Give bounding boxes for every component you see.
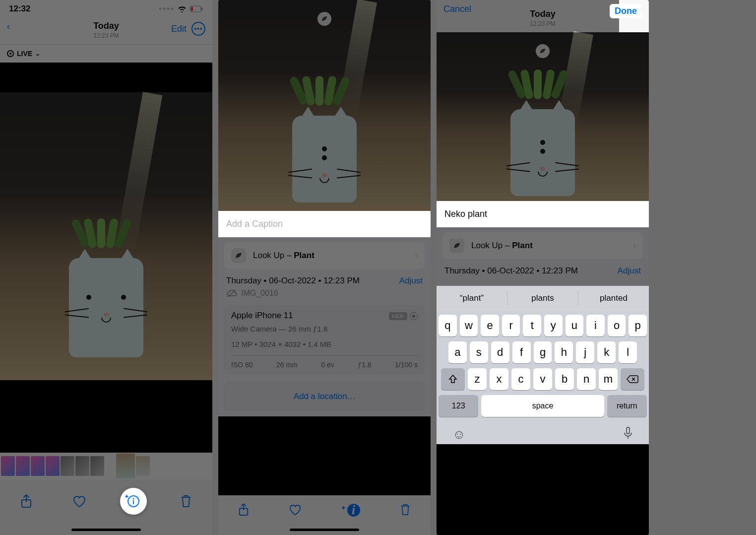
- device-card: Apple iPhone 11 HEIF Wide Camera — 26 mm…: [224, 305, 425, 375]
- visual-lookup-badge[interactable]: [536, 44, 550, 58]
- clock: 12:32: [9, 4, 30, 14]
- key-e[interactable]: e: [481, 315, 499, 336]
- suggestion-2[interactable]: plants: [507, 286, 578, 311]
- backspace-icon: [627, 375, 638, 384]
- key-space[interactable]: space: [481, 395, 604, 417]
- leaf-icon: [231, 248, 246, 263]
- chevron-down-icon: ⌄: [35, 50, 40, 57]
- key-k[interactable]: k: [597, 341, 616, 363]
- lens-info: Wide Camera — 26 mm ƒ1.8: [231, 325, 418, 333]
- info-button-active[interactable]: ✦i: [342, 502, 360, 518]
- status-bar: 12:32 ••••: [0, 0, 212, 18]
- photo-datetime: Thursday • 06-Oct-2022 • 12:23 PM: [226, 276, 360, 286]
- key-i[interactable]: i: [586, 315, 605, 336]
- key-o[interactable]: o: [608, 315, 626, 336]
- svg-rect-6: [133, 500, 134, 504]
- key-s[interactable]: s: [470, 341, 488, 363]
- photo-preview[interactable]: [0, 92, 212, 380]
- keyboard-row-3: z x c v b n m: [439, 368, 647, 390]
- live-photo-badge[interactable]: LIVE ⌄: [0, 45, 212, 63]
- favorite-button[interactable]: [72, 495, 86, 508]
- key-q[interactable]: q: [439, 315, 457, 336]
- live-indicator-icon: [410, 312, 418, 320]
- back-button[interactable]: ‹: [7, 22, 10, 31]
- photo-datetime: Thursday • 06-Oct-2022 • 12:23 PM: [444, 266, 578, 276]
- key-c[interactable]: c: [511, 368, 530, 390]
- key-r[interactable]: r: [502, 315, 520, 336]
- emoji-button[interactable]: ☺: [452, 427, 466, 442]
- filename: IMG_0016: [241, 289, 278, 298]
- key-t[interactable]: t: [523, 315, 541, 336]
- done-button[interactable]: Done: [610, 4, 642, 18]
- delete-button[interactable]: [400, 503, 411, 516]
- key-d[interactable]: d: [491, 341, 509, 363]
- keyboard-row-2: a s d f g h j k l: [439, 341, 647, 363]
- thumbnail-strip[interactable]: [0, 453, 212, 479]
- lookup-row[interactable]: Look Up – Plant ›: [224, 242, 425, 269]
- leaf-icon: [320, 15, 328, 23]
- key-shift[interactable]: [441, 368, 465, 390]
- nav-bar: Cancel Today 12:23 PM Done: [437, 0, 649, 32]
- cloud-off-icon: [226, 289, 237, 298]
- key-g[interactable]: g: [534, 341, 552, 363]
- chevron-right-icon: ›: [633, 241, 636, 251]
- cancel-button[interactable]: Cancel: [443, 4, 471, 14]
- key-h[interactable]: h: [555, 341, 573, 363]
- caption-field[interactable]: Add a Caption: [218, 211, 431, 237]
- home-indicator[interactable]: [290, 529, 359, 531]
- live-icon: [7, 50, 14, 57]
- more-button[interactable]: •••: [191, 22, 205, 36]
- key-w[interactable]: w: [460, 315, 478, 336]
- key-u[interactable]: u: [566, 315, 584, 336]
- status-icons: ••••: [159, 4, 203, 14]
- toolbar: ✦: [0, 479, 212, 535]
- cellular-dots-icon: ••••: [159, 4, 175, 14]
- key-v[interactable]: v: [533, 368, 552, 390]
- nav-bar: ‹ Today 12:23 PM Edit •••: [0, 18, 212, 44]
- favorite-button[interactable]: [289, 504, 302, 516]
- lookup-row[interactable]: Look Up – Plant ›: [442, 232, 643, 259]
- home-indicator[interactable]: [71, 529, 141, 531]
- key-p[interactable]: p: [629, 315, 647, 336]
- key-a[interactable]: a: [448, 341, 467, 363]
- add-location-button[interactable]: Add a location…: [224, 382, 425, 411]
- svg-rect-1: [191, 7, 193, 11]
- info-panel: Look Up – Plant › Thursday • 06-Oct-2022…: [218, 237, 431, 416]
- visual-lookup-badge[interactable]: [317, 12, 331, 26]
- share-button[interactable]: [238, 503, 249, 517]
- svg-rect-9: [627, 427, 630, 434]
- wifi-icon: [178, 5, 187, 12]
- key-f[interactable]: f: [512, 341, 531, 363]
- keyboard-suggestions: “plant” plants planted: [437, 286, 649, 311]
- key-l[interactable]: l: [619, 341, 637, 363]
- key-m[interactable]: m: [599, 368, 618, 390]
- dictation-button[interactable]: [623, 427, 633, 442]
- photo-preview[interactable]: [218, 0, 431, 211]
- keyboard: q w e r t y u i o p a s d f g h j k l z …: [437, 311, 649, 444]
- edit-button[interactable]: Edit: [171, 24, 187, 34]
- leaf-icon: [449, 238, 464, 253]
- screen-photo-viewer: 12:32 •••• ‹ Today 12:23 PM Edit ••• LIV…: [0, 0, 212, 535]
- key-z[interactable]: z: [468, 368, 487, 390]
- screen-photo-info: Add a Caption Look Up – Plant › Thursday…: [218, 0, 431, 535]
- svg-rect-2: [201, 7, 202, 10]
- info-button[interactable]: ✦: [127, 495, 140, 508]
- key-n[interactable]: n: [577, 368, 596, 390]
- key-numbers[interactable]: 123: [439, 395, 478, 417]
- exif-row: ISO 80 26 mm 0 ev ƒ1.8 1/100 s: [231, 355, 418, 369]
- photo-preview[interactable]: [437, 32, 649, 201]
- key-b[interactable]: b: [555, 368, 574, 390]
- key-backspace[interactable]: [621, 368, 644, 390]
- delete-button[interactable]: [180, 494, 192, 508]
- key-x[interactable]: x: [490, 368, 508, 390]
- key-y[interactable]: y: [544, 315, 563, 336]
- suggestion-1[interactable]: “plant”: [437, 286, 507, 311]
- suggestion-3[interactable]: planted: [578, 286, 649, 311]
- adjust-button[interactable]: Adjust: [399, 276, 423, 286]
- adjust-button[interactable]: Adjust: [618, 266, 641, 276]
- key-return[interactable]: return: [607, 395, 647, 417]
- share-button[interactable]: [20, 494, 32, 509]
- key-j[interactable]: j: [576, 341, 594, 363]
- shift-icon: [448, 374, 458, 384]
- caption-field[interactable]: Neko plant: [437, 201, 649, 227]
